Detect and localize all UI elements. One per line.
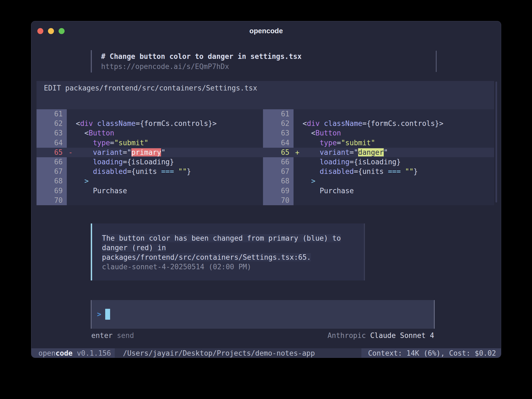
line-number: 63 (263, 128, 294, 138)
share-url-link[interactable]: https://opencode.ai/s/EQmP7hDx (101, 62, 437, 72)
user-message: # Change button color to danger in setti… (91, 50, 437, 72)
code-line (67, 196, 263, 205)
diff-line: 69 Purchase (263, 186, 494, 196)
diff-line: 68 > (37, 176, 263, 186)
diff-line: 66 loading={isLoading} (263, 157, 494, 167)
diff-line: 64 type="submit" (37, 138, 263, 148)
diff-line: 65+ variant="danger" (263, 148, 494, 157)
line-number: 70 (37, 196, 67, 205)
code-line: disabled={units === ""} (294, 167, 494, 176)
assistant-message-line: danger (red) in (102, 243, 364, 253)
edit-diff-panel: EDIT packages/frontend/src/containers/Se… (37, 81, 494, 205)
assistant-message-line: packages/frontend/src/containers/Setting… (102, 253, 364, 262)
diff-line: 61 (37, 109, 263, 119)
edit-file-label: EDIT packages/frontend/src/containers/Se… (37, 81, 494, 93)
diff-line: 62 <div className={formCs.controls}> (37, 119, 263, 128)
code-line: disabled={units === ""} (67, 167, 263, 176)
code-line: + variant="danger" (294, 148, 494, 157)
code-line (294, 109, 494, 119)
code-line: loading={isLoading} (67, 157, 263, 167)
diff-pane-new: 6162 <div className={formCs.controls}>63… (263, 109, 494, 205)
diff-line: 66 loading={isLoading} (37, 157, 263, 167)
code-line: loading={isLoading} (294, 157, 494, 167)
code-line: Purchase (67, 186, 263, 196)
provider-name: Anthropic (328, 331, 366, 340)
diff-pane-old: 6162 <div className={formCs.controls}>63… (37, 109, 263, 205)
assistant-message-line: The button color has been changed from p… (102, 234, 364, 243)
prompt-caret-icon: > (97, 300, 101, 329)
code-line: - variant="primary" (67, 148, 263, 157)
send-hint: enter send (91, 331, 134, 340)
diff-view: 6162 <div className={formCs.controls}>63… (37, 109, 494, 205)
line-number: 62 (263, 119, 294, 128)
code-line (67, 109, 263, 119)
line-number: 61 (37, 109, 67, 119)
line-number: 62 (37, 119, 67, 128)
code-line: type="submit" (294, 138, 494, 148)
diff-scrollbar[interactable] (495, 81, 497, 202)
line-number: 66 (263, 157, 294, 167)
line-number: 68 (37, 176, 67, 186)
code-line: type="submit" (67, 138, 263, 148)
assistant-message: The button color has been changed from p… (91, 223, 365, 280)
line-number: 68 (263, 176, 294, 186)
status-project-path: /Users/jayair/Desktop/Projects/demo-note… (115, 348, 361, 358)
code-line: <div className={formCs.controls}> (67, 119, 263, 128)
diff-line: 65- variant="primary" (37, 148, 263, 157)
line-number: 64 (263, 138, 294, 148)
opencode-window: opencode # Change button color to danger… (31, 21, 501, 358)
code-line: <Button (294, 128, 494, 138)
model-indicator[interactable]: Anthropic Claude Sonnet 4 (328, 331, 434, 340)
diff-line: 62 <div className={formCs.controls}> (263, 119, 494, 128)
diff-line: 67 disabled={units === ""} (37, 167, 263, 176)
removed-sign: - (68, 148, 73, 157)
code-line: <div className={formCs.controls}> (294, 119, 494, 128)
diff-line: 68 > (263, 176, 494, 186)
model-name: Claude Sonnet 4 (370, 331, 434, 340)
line-number: 67 (37, 167, 67, 176)
line-number: 65 (37, 148, 67, 157)
code-line: Purchase (294, 186, 494, 196)
status-context-cost: Context: 14K (6%), Cost: $0.02 (361, 348, 501, 358)
diff-line: 63 <Button (263, 128, 494, 138)
line-number: 64 (37, 138, 67, 148)
status-app-version: opencode v0.1.156 (31, 348, 115, 358)
line-number: 63 (37, 128, 67, 138)
diff-line: 63 <Button (37, 128, 263, 138)
assistant-message-meta: claude-sonnet-4-20250514 (02:00 PM) (102, 262, 364, 272)
code-line: > (294, 176, 494, 186)
added-sign: + (295, 148, 300, 157)
line-number: 69 (37, 186, 67, 196)
line-number: 70 (263, 196, 294, 205)
line-number: 65 (263, 148, 294, 157)
line-number: 61 (263, 109, 294, 119)
diff-line: 67 disabled={units === ""} (263, 167, 494, 176)
code-line: > (67, 176, 263, 186)
diff-line: 64 type="submit" (263, 138, 494, 148)
send-action-hint: send (117, 331, 134, 340)
diff-line: 69 Purchase (37, 186, 263, 196)
diff-line: 70 (37, 196, 263, 205)
prompt-hint-row: enter send Anthropic Claude Sonnet 4 (91, 331, 435, 340)
window-title: opencode (31, 21, 501, 39)
diff-line: 61 (263, 109, 494, 119)
diff-line: 70 (263, 196, 494, 205)
code-line (294, 196, 494, 205)
enter-key-hint: enter (91, 331, 113, 340)
line-number: 66 (37, 157, 67, 167)
titlebar: opencode (31, 21, 501, 39)
status-bar: opencode v0.1.156 /Users/jayair/Desktop/… (31, 348, 501, 358)
code-line: <Button (67, 128, 263, 138)
line-number: 69 (263, 186, 294, 196)
text-cursor (105, 309, 110, 320)
line-number: 67 (263, 167, 294, 176)
user-message-title: # Change button color to danger in setti… (101, 52, 437, 62)
prompt-input[interactable]: > (91, 300, 435, 329)
